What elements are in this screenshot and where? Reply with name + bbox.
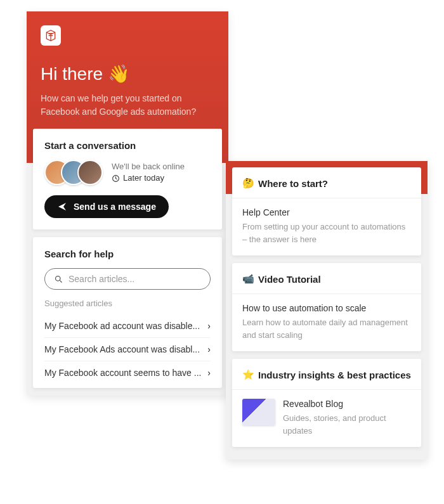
suggested-articles-label: Suggested articles — [44, 299, 211, 308]
resource-item-title: Help Center — [242, 207, 411, 217]
resource-card-header: 🤔 Where to start? — [232, 167, 421, 198]
logo-icon — [44, 29, 57, 42]
article-title: My Facebook Ads account was disabl... — [44, 344, 200, 354]
availability-status: We'll be back online Later today — [112, 161, 185, 184]
search-icon — [54, 275, 63, 284]
svg-point-1 — [56, 276, 61, 281]
chevron-right-icon: › — [207, 368, 211, 378]
blog-thumbnail — [242, 399, 275, 425]
thinking-icon: 🤔 — [242, 178, 254, 189]
status-line-2: Later today — [112, 172, 185, 184]
send-message-button[interactable]: Send us a message — [44, 195, 169, 218]
conversation-title: Start a conversation — [44, 140, 211, 151]
status-time: Later today — [123, 172, 164, 184]
resource-card-body: Help Center From setting up your account… — [232, 198, 421, 255]
avatar — [77, 160, 103, 185]
search-field[interactable] — [44, 268, 211, 290]
video-icon: 📹 — [242, 273, 254, 285]
resource-card-header: ⭐ Industry insights & best practices — [232, 359, 421, 389]
brand-logo — [41, 25, 61, 46]
resource-item-sub: From setting up your account to automati… — [242, 221, 411, 245]
wave-icon: 👋 — [108, 63, 130, 84]
suggested-article[interactable]: My Facebook Ads account was disabl... › — [44, 338, 211, 361]
resource-item-title: How to use automation to scale — [242, 303, 411, 313]
agent-avatars — [44, 160, 103, 185]
chevron-right-icon: › — [207, 321, 211, 331]
resource-card-header: 📹 Video Tutorial — [232, 263, 421, 294]
resource-card-where-to-start[interactable]: 🤔 Where to start? Help Center From setti… — [232, 167, 421, 255]
greeting-text: Hi there — [41, 64, 103, 84]
resource-item-sub: Learn how to automate daily ad managemen… — [242, 316, 411, 341]
greeting-subtitle: How can we help get you started on Faceb… — [41, 92, 214, 119]
article-title: My Facebook account seems to have ... — [44, 368, 201, 378]
resource-card-industry-insights[interactable]: ⭐ Industry insights & best practices Rev… — [232, 359, 421, 447]
resource-card-video-tutorial[interactable]: 📹 Video Tutorial How to use automation t… — [232, 263, 421, 351]
suggested-article[interactable]: My Facebook ad account was disable... › — [44, 314, 211, 338]
star-icon: ⭐ — [242, 369, 254, 380]
resource-card-body: How to use automation to scale Learn how… — [232, 294, 421, 351]
svg-line-2 — [60, 280, 62, 282]
conversation-status-row: We'll be back online Later today — [44, 160, 211, 185]
resource-header-text: Where to start? — [258, 178, 328, 189]
search-input[interactable] — [69, 274, 201, 284]
search-card: Search for help Suggested articles My Fa… — [33, 237, 222, 388]
greeting-title: Hi there 👋 — [41, 63, 214, 84]
chevron-right-icon: › — [207, 344, 211, 354]
conversation-card: Start a conversation We'll be back onlin… — [33, 129, 222, 229]
article-title: My Facebook ad account was disable... — [44, 321, 200, 331]
search-title: Search for help — [44, 249, 211, 259]
send-icon — [57, 202, 67, 212]
resource-header-text: Video Tutorial — [258, 274, 321, 285]
status-line-1: We'll be back online — [112, 161, 185, 172]
resource-item-sub: Guides, stories, and product updates — [283, 412, 411, 437]
suggested-article[interactable]: My Facebook account seems to have ... › — [44, 361, 211, 384]
resource-header-text: Industry insights & best practices — [258, 370, 411, 380]
messenger-panel: Hi there 👋 How can we help get you start… — [27, 11, 228, 396]
clock-icon — [112, 174, 120, 183]
resources-panel: 🤔 Where to start? Help Center From setti… — [226, 161, 428, 460]
resource-item-title: Revealbot Blog — [283, 399, 411, 409]
send-button-label: Send us a message — [74, 202, 156, 212]
resource-card-body: Revealbot Blog Guides, stories, and prod… — [232, 389, 421, 447]
